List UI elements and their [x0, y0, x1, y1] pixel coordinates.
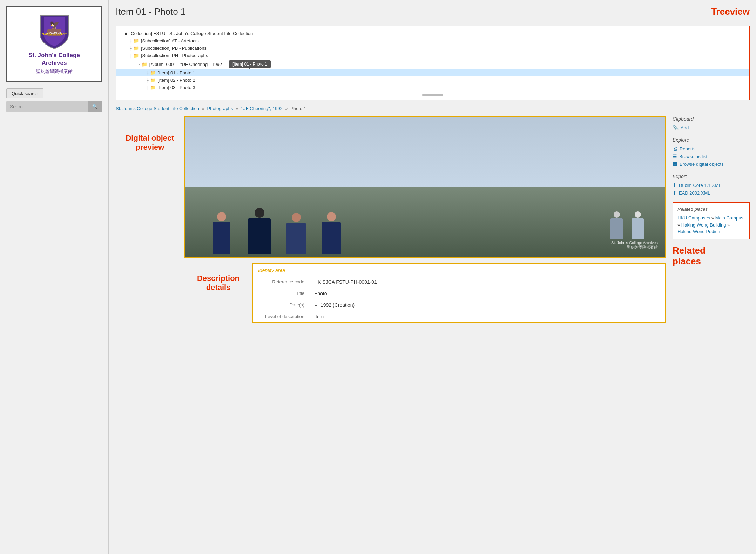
tree-connector-icon: ├ [146, 86, 149, 90]
search-icon: 🔍 [92, 104, 98, 109]
person-head [292, 213, 301, 222]
person-head [327, 212, 336, 221]
related-places-links: HKU Campuses » Main Campus » Haking Wong… [677, 215, 745, 235]
person-body [632, 218, 644, 239]
field-label: Level of description [253, 311, 309, 323]
main-column: Digital object preview [116, 116, 666, 323]
treeview-label: Treeview [711, 6, 750, 17]
ead-link[interactable]: ⬆ EAD 2002 XML [673, 189, 750, 197]
treeview-scrollbar [116, 91, 749, 96]
browse-list-label: Browse as list [679, 154, 707, 159]
description-label: Description details [184, 263, 252, 292]
clipboard-add-link[interactable]: 📎 Add [673, 124, 750, 131]
photo-display[interactable]: St. John's College Archives 聖約翰學院檔案館 [185, 117, 665, 257]
person-body [213, 222, 230, 254]
search-bar-wrapper: 🔍 [0, 98, 108, 119]
table-row: Level of description Item [253, 311, 665, 323]
tree-item-selected[interactable]: ├ 📁 [Item] 01 - Photo 1 [116, 69, 749, 76]
logo-icon: 🦅 ΠANTA ΔI AYTOY ARCHIVE [39, 14, 70, 49]
clipboard-section: Clipboard 📎 Add [673, 116, 750, 131]
scrollbar-indicator [422, 94, 443, 96]
field-value: Photo 1 [309, 288, 665, 299]
tree-connector-icon: ├ [129, 39, 132, 43]
folder-icon: 📁 [133, 53, 139, 58]
quick-search-tab[interactable]: Quick search [6, 88, 43, 98]
tree-connector-icon: ├ [129, 54, 132, 58]
person-head [614, 211, 620, 218]
breadcrumb-link-photographs[interactable]: Photographs [207, 106, 233, 111]
reports-link[interactable]: 🖨 Reports [673, 145, 750, 153]
tree-item-label: [Subcollection] AT - Artefacts [141, 38, 199, 43]
preview-box: St. John's College Archives 聖約翰學院檔案館 [184, 116, 666, 258]
logo-subtitle: 聖約翰學院檔案館 [14, 68, 95, 75]
tree-item-label: [Album] 0001 - "UF Cheering", 1992 [149, 62, 222, 67]
export-icon: ⬆ [673, 182, 677, 188]
folder-icon: 📁 [133, 38, 139, 43]
person-body [610, 218, 623, 239]
tree-connector-icon: ├ [146, 71, 149, 75]
breadcrumb-link-collection[interactable]: St. John's College Student Life Collecti… [116, 106, 199, 111]
hku-campuses-link[interactable]: HKU Campuses [677, 215, 710, 221]
tree-item[interactable]: ├ 📁 [Item] 02 - Photo 2 [116, 76, 749, 84]
haking-wong-podium-link[interactable]: Haking Wong Podium [677, 229, 722, 234]
person-body [248, 218, 271, 254]
main-content: Item 01 - Photo 1 Treeview ┤ ■ [Collecti… [109, 0, 756, 554]
related-places-title: Related places [677, 207, 745, 212]
tree-connector-icon: ┤ [121, 32, 123, 36]
main-campus-link[interactable]: Main Campus [715, 215, 743, 221]
field-label: Title [253, 288, 309, 299]
ead-label: EAD 2002 XML [679, 190, 710, 196]
tree-item[interactable]: └ 📁 [Album] 0001 - "UF Cheering", 1992 [… [116, 59, 749, 69]
export-heading: Export [673, 174, 750, 179]
tree-item-label: [Subcollection] PH - Photographs [141, 53, 208, 58]
related-label: Related places [673, 245, 750, 267]
photo-simulation: St. John's College Archives 聖約翰學院檔案館 [185, 117, 665, 257]
tree-item-label: [Collection] FSTU - St. John's College S… [130, 31, 253, 36]
tree-item[interactable]: ┤ ■ [Collection] FSTU - St. John's Colle… [116, 30, 749, 37]
preview-section: Digital object preview [116, 116, 666, 323]
person-head [635, 211, 641, 218]
person-body [322, 222, 341, 254]
search-input[interactable] [6, 101, 88, 112]
tree-connector-icon: ├ [129, 46, 132, 50]
tree-item[interactable]: ├ 📁 [Subcollection] AT - Artefacts [116, 37, 749, 45]
clipboard-heading: Clipboard [673, 116, 750, 122]
breadcrumb: St. John's College Student Life Collecti… [116, 106, 750, 111]
search-bar: 🔍 [6, 101, 102, 112]
identity-table: Reference code HK SJCA FSTU-PH-0001-01 T… [253, 276, 665, 322]
add-label: Add [681, 125, 689, 130]
tree-item[interactable]: ├ 📁 [Subcollection] PH - Photographs [116, 52, 749, 59]
browse-digital-label: Browse digital objects [680, 162, 724, 167]
search-button[interactable]: 🔍 [88, 101, 102, 112]
browse-digital-link[interactable]: 🖼 Browse digital objects [673, 160, 750, 168]
tree-item-label: [Subcollection] PB - Publications [141, 46, 207, 51]
person-body [286, 223, 306, 254]
related-places-box: Related places HKU Campuses » Main Campu… [673, 202, 750, 239]
folder-icon: 📁 [150, 77, 156, 83]
content-with-sidebar: Digital object preview [116, 116, 750, 323]
svg-text:ARCHIVE: ARCHIVE [47, 31, 61, 34]
breadcrumb-separator: » [202, 106, 204, 111]
haking-wong-building-link[interactable]: Haking Wong Building [681, 222, 726, 228]
page-wrapper: 🦅 ΠANTA ΔI AYTOY ARCHIVE St. John's Coll… [0, 0, 756, 554]
list-item: 1992 (Creation) [320, 302, 660, 308]
dates-list: 1992 (Creation) [320, 302, 660, 308]
digital-object-label-text: Digital object preview [116, 134, 184, 152]
page-title: Item 01 - Photo 1 [116, 6, 185, 17]
breadcrumb-link-album[interactable]: "UF Cheering", 1992 [241, 106, 283, 111]
dublin-core-link[interactable]: ⬆ Dublin Core 1.1 XML [673, 181, 750, 189]
folder-icon: 📁 [133, 46, 139, 51]
field-value: HK SJCA FSTU-PH-0001-01 [309, 276, 665, 288]
folder-icon: 📁 [150, 70, 156, 75]
title-row: Item 01 - Photo 1 Treeview [116, 6, 750, 21]
table-row: Title Photo 1 [253, 288, 665, 299]
field-label: Date(s) [253, 299, 309, 311]
link-separator: » [677, 222, 681, 228]
tree-item[interactable]: ├ 📁 [Subcollection] PB - Publications [116, 45, 749, 52]
breadcrumb-current: Photo 1 [290, 106, 306, 111]
person-head [255, 208, 264, 218]
browse-list-link[interactable]: ☰ Browse as list [673, 153, 750, 160]
folder-icon: 📁 [142, 62, 147, 67]
tree-connector-icon: └ [137, 62, 140, 66]
tree-item[interactable]: ├ 📁 [Item] 03 - Photo 3 [116, 84, 749, 91]
